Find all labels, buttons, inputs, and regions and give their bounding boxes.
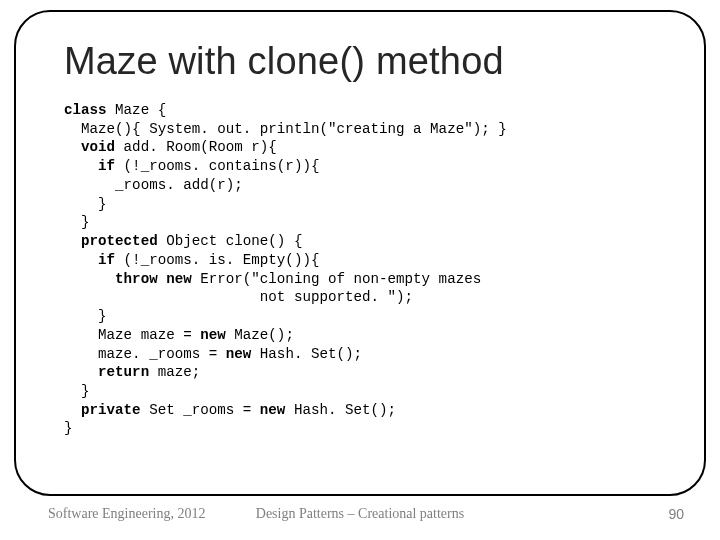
footer-center: Design Patterns – Creational patterns (0, 506, 720, 522)
slide: Maze with clone() method class Maze { Ma… (0, 0, 720, 540)
slide-title: Maze with clone() method (64, 40, 656, 83)
code-block: class Maze { Maze(){ System. out. printl… (64, 101, 656, 438)
slide-frame: Maze with clone() method class Maze { Ma… (14, 10, 706, 496)
footer-page: 90 (668, 506, 684, 522)
footer: Software Engineering, 2012 Design Patter… (0, 506, 720, 528)
